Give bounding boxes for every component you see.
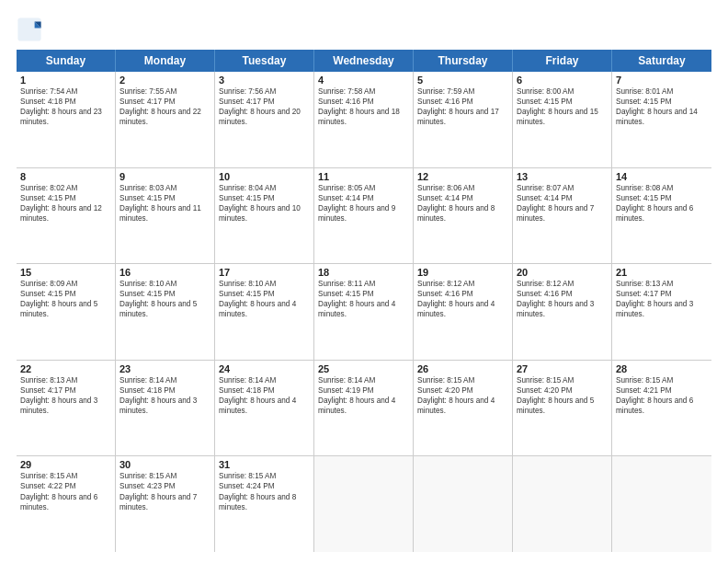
sunrise: Sunrise: 8:00 AM <box>517 86 608 97</box>
sunrise: Sunrise: 7:58 AM <box>318 86 409 97</box>
daylight: Daylight: 8 hours and 23 minutes. <box>20 107 111 127</box>
sunrise: Sunrise: 8:03 AM <box>119 183 210 193</box>
col-tuesday: Tuesday <box>215 50 314 72</box>
sunrise: Sunrise: 8:08 AM <box>616 183 708 193</box>
sunset: Sunset: 4:15 PM <box>219 289 310 299</box>
daylight: Daylight: 8 hours and 5 minutes. <box>517 396 608 416</box>
day-number: 21 <box>616 267 708 278</box>
day-cell-31: 31 Sunrise: 8:15 AM Sunset: 4:24 PM Dayl… <box>215 456 314 552</box>
day-cell-2: 2 Sunrise: 7:55 AM Sunset: 4:17 PM Dayli… <box>116 72 215 167</box>
day-number: 16 <box>119 267 210 278</box>
logo-icon <box>17 17 42 42</box>
daylight: Daylight: 8 hours and 4 minutes. <box>219 299 310 319</box>
calendar-week-5: 29 Sunrise: 8:15 AM Sunset: 4:22 PM Dayl… <box>17 456 711 552</box>
sunrise: Sunrise: 8:01 AM <box>616 86 708 97</box>
sunset: Sunset: 4:20 PM <box>417 385 508 396</box>
empty-cell <box>513 456 612 552</box>
daylight: Daylight: 8 hours and 3 minutes. <box>616 299 708 319</box>
day-number: 15 <box>20 267 111 278</box>
sunset: Sunset: 4:15 PM <box>20 289 111 299</box>
svg-rect-0 <box>17 17 40 40</box>
daylight: Daylight: 8 hours and 4 minutes. <box>417 396 508 416</box>
col-saturday: Saturday <box>612 50 711 72</box>
day-cell-13: 13 Sunrise: 8:07 AM Sunset: 4:14 PM Dayl… <box>513 168 612 264</box>
day-cell-1: 1 Sunrise: 7:54 AM Sunset: 4:18 PM Dayli… <box>17 72 116 167</box>
day-number: 11 <box>318 171 409 182</box>
page: Sunday Monday Tuesday Wednesday Thursday… <box>0 0 728 563</box>
day-cell-17: 17 Sunrise: 8:10 AM Sunset: 4:15 PM Dayl… <box>215 264 314 360</box>
day-number: 8 <box>20 171 111 182</box>
empty-cell <box>414 456 513 552</box>
daylight: Daylight: 8 hours and 6 minutes. <box>616 396 708 416</box>
col-thursday: Thursday <box>414 50 513 72</box>
sunset: Sunset: 4:15 PM <box>616 97 708 107</box>
day-cell-19: 19 Sunrise: 8:12 AM Sunset: 4:16 PM Dayl… <box>414 264 513 360</box>
day-cell-22: 22 Sunrise: 8:13 AM Sunset: 4:17 PM Dayl… <box>17 361 116 456</box>
sunrise: Sunrise: 8:12 AM <box>417 279 508 289</box>
sunset: Sunset: 4:24 PM <box>219 481 310 491</box>
calendar-week-1: 1 Sunrise: 7:54 AM Sunset: 4:18 PM Dayli… <box>17 72 711 168</box>
daylight: Daylight: 8 hours and 3 minutes. <box>119 396 210 416</box>
day-number: 6 <box>517 75 608 86</box>
sunrise: Sunrise: 8:13 AM <box>20 375 111 385</box>
empty-cell <box>314 456 414 552</box>
day-number: 9 <box>119 171 210 182</box>
day-cell-8: 8 Sunrise: 8:02 AM Sunset: 4:15 PM Dayli… <box>17 168 116 264</box>
calendar: Sunday Monday Tuesday Wednesday Thursday… <box>17 50 711 552</box>
calendar-week-2: 8 Sunrise: 8:02 AM Sunset: 4:15 PM Dayli… <box>17 168 711 265</box>
day-cell-7: 7 Sunrise: 8:01 AM Sunset: 4:15 PM Dayli… <box>612 72 711 167</box>
day-cell-9: 9 Sunrise: 8:03 AM Sunset: 4:15 PM Dayli… <box>116 168 215 264</box>
col-sunday: Sunday <box>17 50 116 72</box>
daylight: Daylight: 8 hours and 10 minutes. <box>219 203 310 224</box>
sunrise: Sunrise: 7:59 AM <box>417 86 508 97</box>
daylight: Daylight: 8 hours and 22 minutes. <box>119 107 210 127</box>
sunrise: Sunrise: 7:56 AM <box>219 86 310 97</box>
sunrise: Sunrise: 8:11 AM <box>318 279 409 289</box>
day-number: 13 <box>517 171 608 182</box>
daylight: Daylight: 8 hours and 4 minutes. <box>219 396 310 416</box>
sunrise: Sunrise: 7:55 AM <box>119 86 210 97</box>
daylight: Daylight: 8 hours and 3 minutes. <box>517 299 608 319</box>
day-number: 31 <box>219 459 310 470</box>
sunset: Sunset: 4:21 PM <box>616 385 708 396</box>
day-cell-16: 16 Sunrise: 8:10 AM Sunset: 4:15 PM Dayl… <box>116 264 215 360</box>
sunrise: Sunrise: 8:15 AM <box>20 471 111 481</box>
col-wednesday: Wednesday <box>314 50 414 72</box>
daylight: Daylight: 8 hours and 5 minutes. <box>119 299 210 319</box>
daylight: Daylight: 8 hours and 5 minutes. <box>20 299 111 319</box>
day-number: 5 <box>417 75 508 86</box>
daylight: Daylight: 8 hours and 6 minutes. <box>616 203 708 224</box>
sunrise: Sunrise: 8:09 AM <box>20 279 111 289</box>
empty-cell <box>612 456 711 552</box>
day-cell-26: 26 Sunrise: 8:15 AM Sunset: 4:20 PM Dayl… <box>414 361 513 456</box>
daylight: Daylight: 8 hours and 18 minutes. <box>318 107 409 127</box>
sunset: Sunset: 4:20 PM <box>517 385 608 396</box>
day-number: 26 <box>417 363 508 374</box>
sunset: Sunset: 4:15 PM <box>616 193 708 203</box>
daylight: Daylight: 8 hours and 20 minutes. <box>219 107 310 127</box>
day-number: 19 <box>417 267 508 278</box>
day-cell-6: 6 Sunrise: 8:00 AM Sunset: 4:15 PM Dayli… <box>513 72 612 167</box>
sunset: Sunset: 4:16 PM <box>417 97 508 107</box>
sunset: Sunset: 4:18 PM <box>219 385 310 396</box>
day-number: 12 <box>417 171 508 182</box>
day-cell-10: 10 Sunrise: 8:04 AM Sunset: 4:15 PM Dayl… <box>215 168 314 264</box>
day-cell-29: 29 Sunrise: 8:15 AM Sunset: 4:22 PM Dayl… <box>17 456 116 552</box>
day-number: 1 <box>20 75 111 86</box>
day-cell-12: 12 Sunrise: 8:06 AM Sunset: 4:14 PM Dayl… <box>414 168 513 264</box>
sunrise: Sunrise: 8:15 AM <box>219 471 310 481</box>
sunrise: Sunrise: 8:13 AM <box>616 279 708 289</box>
day-cell-11: 11 Sunrise: 8:05 AM Sunset: 4:14 PM Dayl… <box>314 168 414 264</box>
sunset: Sunset: 4:19 PM <box>318 385 409 396</box>
sunrise: Sunrise: 8:10 AM <box>219 279 310 289</box>
logo <box>17 17 46 42</box>
day-number: 22 <box>20 363 111 374</box>
daylight: Daylight: 8 hours and 7 minutes. <box>517 203 608 224</box>
day-cell-24: 24 Sunrise: 8:14 AM Sunset: 4:18 PM Dayl… <box>215 361 314 456</box>
sunset: Sunset: 4:17 PM <box>119 97 210 107</box>
day-number: 10 <box>219 171 310 182</box>
sunrise: Sunrise: 8:02 AM <box>20 183 111 193</box>
sunset: Sunset: 4:18 PM <box>20 97 111 107</box>
day-number: 23 <box>119 363 210 374</box>
sunset: Sunset: 4:16 PM <box>517 289 608 299</box>
